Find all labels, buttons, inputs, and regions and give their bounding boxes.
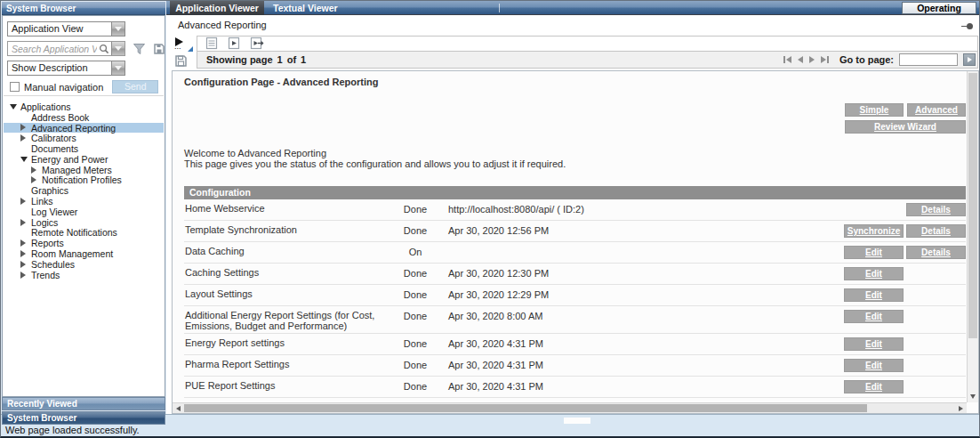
welcome-text: Welcome to Advanced Reporting This page … [184, 148, 566, 169]
configuration-table: Home WebserviceDonehttp://localhost:8080… [184, 199, 966, 398]
tree-expander-icon[interactable] [20, 250, 31, 257]
tree-item-trends[interactable]: Trends [4, 270, 164, 280]
go-button[interactable] [963, 53, 976, 66]
advanced-button[interactable]: Advanced [907, 103, 966, 117]
tree-expander-icon[interactable] [31, 166, 42, 174]
description-selector[interactable]: Show Description [7, 61, 125, 76]
manual-navigation-checkbox[interactable] [10, 82, 20, 92]
config-row-buttons: Edit [843, 337, 966, 351]
prev-page-button[interactable] [798, 56, 803, 63]
edit-button[interactable]: Edit [844, 288, 904, 302]
tree-expander-icon[interactable] [20, 239, 31, 247]
search-dropdown-button[interactable] [111, 42, 125, 55]
view-selector[interactable]: Application View [7, 21, 125, 36]
operating-button[interactable]: Operating [902, 2, 976, 14]
tree-expander-icon[interactable] [20, 134, 31, 142]
tree-item-log-viewer[interactable]: Log Viewer [4, 207, 164, 217]
horizontal-scrollbar[interactable] [173, 402, 967, 413]
tree-expander-icon[interactable] [20, 124, 31, 131]
details-button[interactable]: Details [906, 224, 966, 238]
details-button[interactable]: Details [906, 203, 966, 216]
search-input[interactable] [8, 42, 97, 55]
tree-item-remote-notifications[interactable]: Remote Notifications [4, 228, 164, 239]
config-row-buttons: Edit [843, 310, 966, 323]
edit-button[interactable]: Edit [844, 267, 904, 280]
tree-expander-icon[interactable] [10, 104, 20, 110]
description-selector-dropdown-button[interactable] [111, 61, 125, 75]
system-browser-body: Application View [2, 15, 165, 397]
tree-item-advanced-reporting[interactable]: Advanced Reporting [4, 123, 164, 134]
breadcrumb: Advanced Reporting [178, 15, 267, 35]
tree-item-address-book[interactable]: Address Book [4, 112, 164, 123]
goto-page-input[interactable] [899, 53, 958, 66]
tree-item-applications[interactable]: Applications [4, 101, 164, 112]
export-report-icon[interactable] [250, 36, 264, 52]
scroll-right-icon[interactable] [959, 406, 963, 411]
tree-item-calibrators[interactable]: Calibrators [4, 133, 164, 143]
last-page-button[interactable] [821, 56, 829, 63]
system-browser-panel: System Browser Application View [2, 2, 165, 425]
report-template-icon[interactable] [205, 36, 218, 52]
tree-item-room-management[interactable]: Room Management [4, 248, 164, 259]
edit-button[interactable]: Edit [844, 246, 904, 259]
config-item-status: Done [393, 337, 438, 349]
synchronize-button[interactable]: Synchronize [844, 224, 904, 238]
simple-button[interactable]: Simple [845, 103, 904, 117]
tree-expander-icon[interactable] [20, 272, 31, 279]
config-row-caching-settings: Caching SettingsDoneApr 30, 2020 12:30 P… [184, 264, 966, 285]
tree-item-links[interactable]: Links [4, 196, 164, 207]
review-wizard-button[interactable]: Review Wizard [845, 120, 966, 134]
search-box [7, 41, 125, 56]
description-selector-value: Show Description [8, 61, 111, 75]
horizontal-scrollbar-thumb[interactable] [184, 404, 867, 412]
tree-expander-icon[interactable] [20, 219, 31, 226]
tree-item-notification-profiles[interactable]: Notification Profiles [4, 175, 164, 186]
edit-button[interactable]: Edit [844, 359, 904, 372]
view-selector-dropdown-button[interactable] [111, 22, 125, 36]
viewer-tabbar: Application Viewer Textual Viewer Operat… [166, 1, 980, 15]
details-button[interactable]: Details [906, 246, 966, 259]
tree-item-schedules[interactable]: Schedules [4, 259, 164, 270]
empty-button-slot [906, 359, 966, 372]
vertical-scrollbar-thumb[interactable] [968, 73, 977, 338]
expand-icon [31, 166, 36, 174]
first-page-button[interactable] [783, 56, 791, 63]
save-report-icon[interactable] [174, 54, 188, 69]
edit-button[interactable]: Edit [844, 380, 904, 393]
empty-button-slot [906, 310, 966, 323]
tree-item-label: Address Book [31, 112, 89, 123]
scroll-left-icon[interactable] [176, 406, 181, 411]
recently-viewed-bar[interactable]: Recently Viewed [2, 397, 165, 410]
tab-textual-viewer[interactable]: Textual Viewer [266, 1, 355, 15]
pin-icon[interactable] [961, 23, 973, 29]
page-title: Configuration Page - Advanced Reporting [184, 77, 378, 87]
view-selector-value: Application View [8, 22, 111, 36]
tree-item-energy-and-power[interactable]: Energy and Power [4, 154, 164, 165]
tree-expander-icon[interactable] [20, 261, 31, 268]
edit-button[interactable]: Edit [844, 337, 904, 351]
tree-item-label: Managed Meters [42, 165, 112, 175]
send-button[interactable]: Send [112, 80, 158, 93]
next-page-button[interactable] [809, 56, 815, 63]
scroll-down-icon[interactable] [970, 394, 976, 399]
tree-item-graphics[interactable]: Graphics [4, 185, 164, 196]
status-message: Web page loaded successfully. [5, 425, 140, 435]
tree-expander-icon[interactable] [31, 176, 42, 183]
tree-item-documents[interactable]: Documents [4, 143, 164, 154]
tree-item-logics[interactable]: Logics [4, 217, 164, 228]
tab-application-viewer[interactable]: Application Viewer [170, 1, 264, 15]
system-browser-bar[interactable]: System Browser [2, 411, 165, 425]
button-slot: Edit [844, 246, 904, 259]
save-filter-icon[interactable] [153, 43, 165, 55]
tree-item-reports[interactable]: Reports [4, 238, 164, 248]
run-report-icon[interactable] [228, 36, 240, 52]
config-row-pue-report-settings: PUE Report SettingsDoneApr 30, 2020 4:31… [184, 377, 966, 398]
run-report-button[interactable]: ... [173, 37, 195, 53]
filter-icon[interactable] [133, 43, 146, 55]
edit-button[interactable]: Edit [844, 310, 904, 323]
search-icon[interactable] [97, 42, 111, 55]
tree-item-managed-meters[interactable]: Managed Meters [4, 165, 164, 175]
tree-expander-icon[interactable] [20, 157, 31, 162]
tree-expander-icon[interactable] [20, 198, 31, 205]
vertical-scrollbar[interactable] [967, 71, 978, 402]
